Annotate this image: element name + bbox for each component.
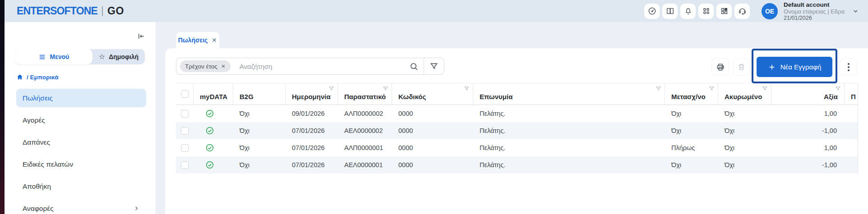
cell-code: 0000	[392, 156, 473, 173]
sidebar-item-reports[interactable]: Αναφορές	[16, 199, 146, 214]
apps-grid-squares-button[interactable]	[716, 4, 732, 19]
new-record-button[interactable]: Νέα Εγγραφή	[757, 57, 832, 77]
table-row[interactable]: Όχι 09/01/2026 ΑΛΠ0000002 0000 Πελάτης. …	[176, 105, 858, 122]
sidebar-menu: Πωλήσεις Αγορές Δαπάνες Ειδικές πελατών …	[16, 89, 146, 214]
print-button[interactable]	[712, 59, 729, 75]
column-filter-icon[interactable]	[464, 86, 470, 91]
cell-b2g: Όχι	[233, 139, 286, 156]
header-label: Παραστατικό	[344, 93, 386, 100]
tab-close-icon[interactable]	[212, 37, 217, 43]
header-label: Ημερομηνία	[292, 93, 331, 100]
column-filter-icon[interactable]	[709, 86, 715, 91]
account-info: Default account Ονομα εταιρειας | Εδρα 2…	[784, 1, 845, 21]
tab-favorites-label: Δημοφιλή	[109, 53, 139, 60]
cell-document: ΑΛΠ0000001	[338, 139, 392, 156]
search-button[interactable]	[404, 58, 424, 74]
sidebar-item-expenses[interactable]: Δαπάνες	[16, 133, 146, 151]
collapse-left-icon	[137, 32, 145, 41]
column-filter-icon[interactable]	[656, 86, 661, 91]
cell-transformed: Όχι	[665, 156, 718, 173]
cell-document: ΑΕΛ0000001	[338, 156, 392, 173]
support-button[interactable]	[734, 4, 750, 19]
row-checkbox[interactable]	[181, 127, 189, 135]
account-menu-chevron[interactable]	[852, 7, 859, 15]
notifications-button[interactable]	[680, 4, 696, 19]
sidebar-item-warehouse[interactable]: Αποθήκη	[16, 177, 146, 196]
column-filter-icon[interactable]	[835, 86, 841, 91]
header-value[interactable]: Αξία	[771, 83, 845, 105]
mydata-check-icon	[205, 126, 214, 135]
cell-cancelled: Όχι	[718, 105, 771, 122]
table-header-row: myDATA B2G Ημερομηνία Παραστατικό Κωδικό…	[176, 83, 858, 105]
brand-logo: ENTERSOFTONE GO	[17, 5, 124, 17]
apps-squares-icon	[720, 7, 729, 15]
chevron-right-icon	[133, 205, 140, 212]
row-checkbox[interactable]	[181, 110, 189, 118]
row-checkbox[interactable]	[181, 161, 189, 169]
filter-button[interactable]	[424, 58, 444, 74]
cell-document: ΑΛΠ0000002	[338, 105, 392, 122]
knowledge-base-button[interactable]	[662, 4, 678, 19]
header-cancelled[interactable]: Ακυρωμένο	[718, 83, 771, 105]
cell-name: Πελάτης.	[473, 105, 665, 122]
tab-menu[interactable]: Μενού	[15, 49, 92, 64]
more-options-button[interactable]	[840, 59, 857, 75]
header-label: Επωνυμία	[480, 93, 512, 100]
chip-close-icon[interactable]	[221, 64, 226, 68]
column-filter-icon[interactable]	[762, 86, 768, 91]
tab-label: Πωλήσεις	[178, 36, 208, 44]
headset-icon	[738, 7, 747, 15]
cell-transformed: Πλήρως	[665, 139, 718, 156]
header-code[interactable]: Κωδικός	[392, 83, 473, 105]
filter-chip-current-year[interactable]: Τρέχον έτος	[180, 60, 231, 72]
delete-button[interactable]	[733, 59, 750, 75]
cell-transformed: Όχι	[665, 105, 718, 122]
hamburger-icon	[38, 53, 46, 61]
sidebar-item-purchases[interactable]: Αγορές	[16, 111, 146, 129]
mydata-check-icon	[205, 160, 214, 169]
cell-code: 0000	[392, 122, 473, 139]
tab-sales[interactable]: Πωλήσεις	[176, 32, 219, 48]
cell-date: 07/01/2026	[286, 139, 338, 156]
cell-cancelled: Όχι	[718, 139, 771, 156]
header-next-partial: Π	[845, 83, 858, 105]
table-row[interactable]: Όχι 07/01/2026 ΑΕΛ0000002 0000 Πελάτης. …	[176, 122, 858, 139]
search-input[interactable]	[240, 63, 404, 70]
dashboard-gauge-button[interactable]	[644, 4, 660, 19]
column-filter-icon[interactable]	[383, 86, 388, 91]
header-mydata[interactable]: myDATA	[194, 83, 233, 105]
sidebar: Μενού ☆ Δημοφιλή / Εμπορικά Πωλήσεις Αγο…	[5, 22, 156, 214]
table-row[interactable]: Όχι 07/01/2026 ΑΕΛ0000001 0000 Πελάτης. …	[176, 156, 858, 173]
logo-entersoft: ENTERSOFTONE	[17, 5, 97, 17]
apps-grid-circles-button[interactable]	[698, 4, 714, 19]
column-filter-icon[interactable]	[328, 86, 334, 91]
cell-name: Πελάτης.	[473, 139, 665, 156]
kebab-menu-icon	[848, 63, 850, 71]
cell-next-partial	[845, 105, 858, 122]
header-name[interactable]: Επωνυμία	[473, 83, 665, 105]
sidebar-item-label: Αναφορές	[23, 205, 54, 213]
cell-next-partial	[845, 122, 858, 139]
table-row[interactable]: Όχι 07/01/2026 ΑΛΠ0000001 0000 Πελάτης. …	[176, 139, 858, 156]
left-edge-stripe	[0, 0, 5, 214]
sidebar-item-label: Πωλήσεις	[23, 94, 53, 102]
sidebar-item-sales[interactable]: Πωλήσεις	[16, 89, 146, 107]
mydata-check-icon	[205, 143, 214, 152]
header-transformed[interactable]: Μετασχ/νο	[665, 83, 718, 105]
row-checkbox[interactable]	[181, 144, 189, 152]
cell-document: ΑΕΛ0000002	[338, 122, 392, 139]
cell-date: 09/01/2026	[286, 105, 338, 122]
sidebar-item-label: Δαπάνες	[23, 138, 50, 146]
sidebar-collapse-button[interactable]	[136, 31, 146, 41]
sidebar-item-label: Ειδικές πελατών	[23, 160, 73, 168]
tab-favorites[interactable]: ☆ Δημοφιλή	[92, 49, 145, 64]
header-document[interactable]: Παραστατικό	[338, 83, 392, 105]
sidebar-item-customer-specials[interactable]: Ειδικές πελατών	[16, 155, 146, 173]
header-date[interactable]: Ημερομηνία	[286, 83, 338, 105]
cell-name: Πελάτης.	[473, 156, 665, 173]
header-label: Κωδικός	[398, 93, 426, 100]
user-avatar[interactable]: OE	[762, 3, 778, 19]
select-all-checkbox[interactable]	[181, 90, 189, 98]
header-b2g[interactable]: B2G	[233, 83, 286, 105]
breadcrumb[interactable]: / Εμπορικά	[16, 73, 58, 81]
